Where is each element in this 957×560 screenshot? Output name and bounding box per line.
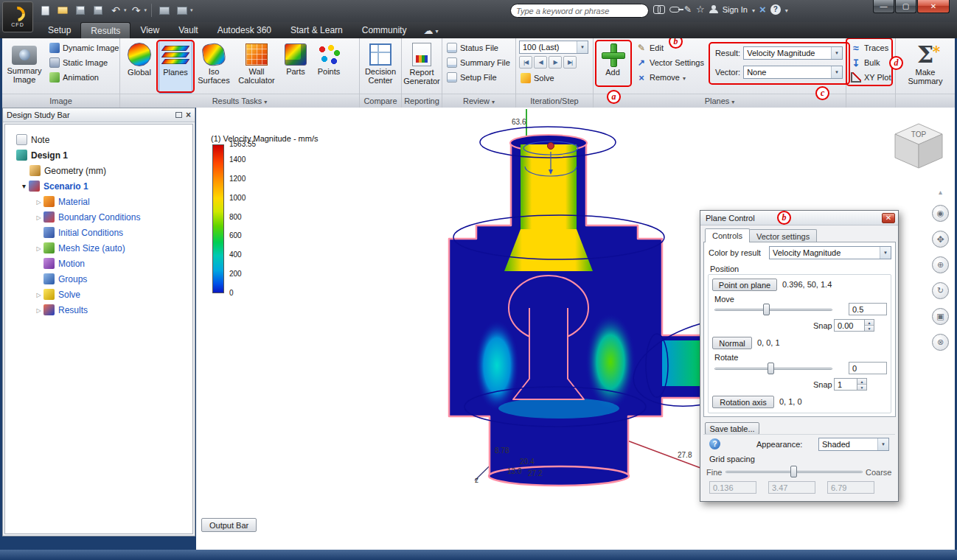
vector-settings-button[interactable]: Vector Settings (635, 55, 706, 70)
results-tasks-caret-icon[interactable] (264, 97, 267, 105)
dialog-help-icon[interactable]: ? (709, 438, 720, 449)
report-generator-button[interactable]: Report Generator (403, 41, 440, 94)
new-file-icon[interactable] (37, 3, 53, 18)
review-group-label[interactable]: Review (463, 97, 490, 105)
undo-caret-icon[interactable]: ▾ (124, 7, 127, 13)
tab-results[interactable]: Results (80, 22, 130, 38)
tab-controls[interactable]: Controls (705, 228, 750, 242)
planes-group-label[interactable]: Planes (705, 97, 730, 105)
move-slider-thumb[interactable] (763, 304, 770, 315)
plane-control-titlebar[interactable]: Plane Control (700, 211, 898, 225)
save-icon[interactable] (72, 3, 88, 18)
rotate-snap-spinner[interactable]: ▲▼ (857, 378, 867, 391)
result-combo[interactable]: Velocity Magnitude (743, 46, 843, 60)
sign-in-button[interactable]: Sign In (723, 5, 748, 14)
output-bar-button[interactable]: Output Bar (201, 518, 257, 532)
rotation-axis-button[interactable]: Rotation axis (712, 396, 774, 408)
iteration-caret-icon[interactable] (577, 41, 588, 53)
planes-button[interactable]: Planes (159, 41, 192, 94)
application-menu-button[interactable]: CFD (2, 1, 33, 32)
sign-in-caret-icon[interactable] (752, 5, 755, 14)
point-on-plane-button[interactable]: Point on plane (712, 279, 777, 291)
minimize-button[interactable]: — (873, 0, 894, 13)
traces-button[interactable]: Traces (849, 41, 893, 55)
points-button[interactable]: Points (313, 41, 344, 94)
setup-file-button[interactable]: Setup File (445, 70, 512, 85)
bulk-button[interactable]: Bulk (849, 55, 893, 70)
look-at-icon[interactable] (932, 308, 949, 325)
rotate-slider[interactable] (714, 362, 832, 376)
help-caret-icon[interactable] (785, 5, 788, 14)
search-icon[interactable] (653, 5, 665, 13)
undo-icon[interactable] (108, 3, 124, 18)
tab-setup[interactable]: Setup (38, 22, 80, 38)
tab-autodesk360[interactable]: Autodesk 360 (208, 22, 281, 38)
orbit-icon[interactable] (932, 282, 949, 299)
move-slider[interactable] (714, 303, 832, 317)
window-layout-icon[interactable] (156, 3, 173, 18)
expand-arrow-icon[interactable] (35, 291, 43, 298)
vector-caret-icon[interactable] (831, 66, 842, 78)
color-by-result-caret-icon[interactable] (880, 247, 891, 259)
grid-value-input-3[interactable]: 6.79 (827, 481, 874, 494)
parts-button[interactable]: Parts (281, 41, 310, 94)
tree-item-material[interactable]: Material (5, 194, 192, 209)
navigation-wheel-icon[interactable] (932, 205, 949, 222)
first-step-button[interactable] (519, 56, 532, 69)
rotate-snap-input[interactable]: 1 (834, 378, 857, 391)
previous-step-button[interactable] (534, 56, 547, 69)
redo-icon[interactable] (128, 3, 145, 18)
global-button[interactable]: Global (123, 41, 156, 94)
pan-icon[interactable] (932, 231, 949, 248)
view-cube-top-label[interactable]: TOP (911, 130, 927, 139)
open-file-icon[interactable] (55, 3, 71, 18)
remove-plane-button[interactable]: Remove (635, 70, 706, 85)
animation-button[interactable]: Animation (48, 70, 120, 85)
expand-arrow-icon[interactable] (35, 245, 43, 252)
tree-item-boundary-conditions[interactable]: Boundary Conditions (5, 209, 192, 225)
expand-arrow-icon[interactable] (35, 198, 43, 206)
tree-item-groups[interactable]: Groups (5, 271, 192, 287)
xy-plot-button[interactable]: XY Plot (849, 70, 893, 85)
static-image-button[interactable]: Static Image (48, 55, 120, 70)
appearance-combo[interactable]: Shaded (818, 438, 889, 451)
view-cube[interactable]: TOP (889, 116, 948, 175)
planes-group-caret-icon[interactable] (731, 97, 734, 105)
tree-item-scenario-1[interactable]: Scenario 1 (5, 178, 192, 194)
make-summary-button[interactable]: Σ Make Summary (902, 41, 948, 94)
remove-caret-icon[interactable] (683, 73, 686, 82)
tree-item-initial-conditions[interactable]: Initial Conditions (5, 225, 192, 240)
tree-item-design-1[interactable]: Design 1 (5, 147, 192, 163)
navbar-collapse-icon[interactable] (939, 187, 942, 196)
result-caret-icon[interactable] (831, 47, 842, 59)
search-input[interactable] (516, 7, 643, 15)
navbar-close-icon[interactable] (932, 334, 949, 351)
results-tasks-group-label[interactable]: Results Tasks (212, 97, 262, 105)
tab-view[interactable]: View (130, 22, 169, 38)
iso-surfaces-button[interactable]: Iso Surfaces (195, 41, 232, 94)
capture-icon[interactable] (174, 3, 190, 18)
vector-combo[interactable]: None (743, 66, 843, 79)
dock-panel-icon[interactable] (175, 112, 182, 118)
rotate-slider-thumb[interactable] (768, 363, 774, 374)
appearance-caret-icon[interactable] (877, 438, 888, 450)
move-snap-spinner[interactable]: ▲▼ (865, 319, 874, 332)
last-step-button[interactable] (563, 56, 577, 69)
cloud-menu[interactable] (416, 22, 445, 38)
tab-community[interactable]: Community (352, 22, 417, 38)
grid-spacing-slider[interactable] (725, 465, 863, 479)
zoom-icon[interactable] (932, 256, 949, 273)
expand-arrow-icon[interactable] (20, 182, 28, 190)
wall-calculator-button[interactable]: Wall Calculator (235, 41, 278, 94)
close-button[interactable]: ✕ (917, 0, 950, 13)
move-snap-input[interactable]: 0.00 (834, 319, 865, 332)
iteration-combo[interactable]: 100 (Last) (519, 41, 588, 54)
expand-arrow-icon[interactable] (35, 307, 43, 314)
tree-item-geometry[interactable]: Geometry (mm) (5, 163, 192, 178)
summary-file-button[interactable]: Summary File (445, 55, 512, 70)
summary-image-button[interactable]: Summary Image (5, 41, 44, 94)
viewport[interactable]: (1) Velocity Magnitude - mm/s 1563.55 14… (196, 108, 955, 550)
grid-value-input-1[interactable]: 0.136 (709, 481, 756, 494)
key-icon[interactable] (669, 7, 680, 13)
save-as-icon[interactable] (90, 3, 106, 18)
